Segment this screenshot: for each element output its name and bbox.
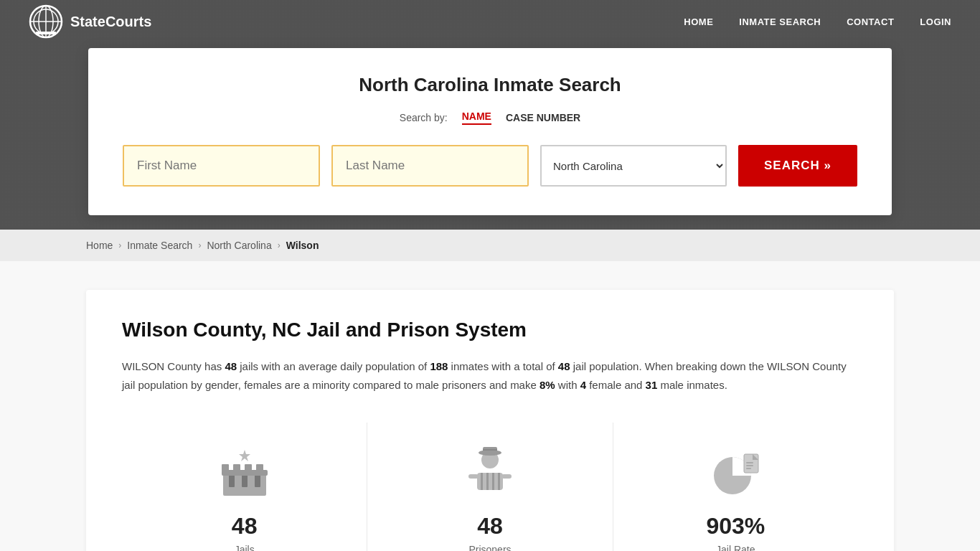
svg-rect-25 bbox=[468, 474, 479, 479]
stat-prisoners-label: Prisoners bbox=[468, 544, 511, 551]
search-inputs-row: North Carolina Alabama Alaska Arizona Ar… bbox=[123, 145, 857, 187]
svg-rect-31 bbox=[746, 465, 753, 466]
search-by-row: Search by: NAME CASE NUMBER bbox=[123, 110, 857, 125]
tab-name[interactable]: NAME bbox=[462, 110, 491, 125]
desc-female: 4 bbox=[580, 379, 586, 391]
desc-jails: 48 bbox=[225, 360, 237, 372]
state-select[interactable]: North Carolina Alabama Alaska Arizona Ar… bbox=[540, 145, 727, 187]
stats-row: 48 Jails bbox=[122, 423, 858, 551]
content-card: Wilson County, NC Jail and Prison System… bbox=[86, 290, 894, 551]
main-nav: StateCourts HOME INMATE SEARCH CONTACT L… bbox=[0, 0, 980, 43]
county-title: Wilson County, NC Jail and Prison System bbox=[122, 319, 858, 342]
nav-home[interactable]: HOME bbox=[684, 17, 713, 27]
search-card: North Carolina Inmate Search Search by: … bbox=[88, 48, 892, 215]
desc-mid4: with bbox=[555, 379, 580, 391]
breadcrumb-nc[interactable]: North Carolina bbox=[207, 240, 271, 251]
stat-jails-label: Jails bbox=[235, 544, 255, 551]
last-name-input[interactable] bbox=[331, 145, 529, 187]
search-button[interactable]: SEARCH » bbox=[738, 145, 857, 187]
breadcrumb-sep-3: › bbox=[278, 240, 281, 250]
svg-rect-21 bbox=[481, 473, 483, 490]
breadcrumb-sep-1: › bbox=[118, 240, 121, 250]
desc-pct: 8% bbox=[540, 379, 555, 391]
svg-rect-11 bbox=[222, 464, 229, 471]
svg-rect-26 bbox=[501, 474, 512, 479]
breadcrumb-home[interactable]: Home bbox=[86, 240, 113, 251]
desc-mid2: inmates with a total of bbox=[448, 360, 557, 372]
breadcrumb: Home › Inmate Search › North Carolina › … bbox=[0, 230, 980, 261]
stat-prisoners-number: 48 bbox=[477, 513, 503, 540]
jail-icon bbox=[216, 444, 273, 501]
nav-links-container: HOME INMATE SEARCH CONTACT LOGIN bbox=[684, 17, 951, 27]
stat-jails: 48 Jails bbox=[122, 423, 367, 551]
svg-rect-5 bbox=[36, 32, 56, 34]
desc-mid1: jails with an average daily population o… bbox=[237, 360, 430, 372]
svg-rect-19 bbox=[483, 449, 497, 451]
stat-jail-rate: 903% Jail Rate bbox=[613, 423, 858, 551]
svg-rect-23 bbox=[492, 473, 494, 490]
desc-suffix: male inmates. bbox=[657, 379, 727, 391]
stat-prisoners: 48 Prisoners bbox=[367, 423, 613, 551]
desc-avg-pop: 188 bbox=[430, 360, 448, 372]
nav-login[interactable]: LOGIN bbox=[920, 17, 951, 27]
svg-rect-24 bbox=[498, 473, 500, 490]
logo-icon bbox=[29, 4, 63, 39]
search-by-label: Search by: bbox=[400, 112, 448, 123]
breadcrumb-sep-2: › bbox=[198, 240, 201, 250]
desc-total-jail: 48 bbox=[558, 360, 570, 372]
nav-contact[interactable]: CONTACT bbox=[847, 17, 894, 27]
main-content: Wilson County, NC Jail and Prison System… bbox=[0, 261, 980, 551]
search-card-title: North Carolina Inmate Search bbox=[123, 74, 857, 96]
breadcrumb-inmate-search[interactable]: Inmate Search bbox=[127, 240, 192, 251]
desc-mid5: female and bbox=[586, 379, 646, 391]
hero-section: COURTHOUSE StateCourts HOME INMATE SEARC… bbox=[0, 0, 980, 230]
stat-jail-rate-label: Jail Rate bbox=[716, 544, 755, 551]
brand-logo[interactable]: StateCourts bbox=[29, 4, 151, 39]
svg-rect-30 bbox=[746, 462, 753, 463]
svg-marker-15 bbox=[239, 450, 250, 461]
svg-rect-32 bbox=[746, 468, 751, 469]
svg-rect-14 bbox=[256, 464, 263, 471]
svg-rect-22 bbox=[486, 473, 489, 490]
first-name-input[interactable] bbox=[123, 145, 320, 187]
stat-jail-rate-number: 903% bbox=[706, 513, 765, 540]
brand-name: StateCourts bbox=[70, 14, 151, 30]
county-description: WILSON County has 48 jails with an avera… bbox=[122, 357, 858, 394]
desc-male: 31 bbox=[646, 379, 658, 391]
nav-inmate-search[interactable]: INMATE SEARCH bbox=[739, 17, 821, 27]
breadcrumb-current: Wilson bbox=[286, 240, 319, 251]
prisoner-icon bbox=[461, 444, 519, 501]
svg-rect-13 bbox=[245, 464, 252, 471]
svg-rect-12 bbox=[233, 464, 240, 471]
stat-jails-number: 48 bbox=[232, 513, 258, 540]
desc-prefix: WILSON County has bbox=[122, 360, 225, 372]
tab-case-number[interactable]: CASE NUMBER bbox=[506, 112, 580, 123]
pie-chart-icon bbox=[707, 444, 764, 501]
